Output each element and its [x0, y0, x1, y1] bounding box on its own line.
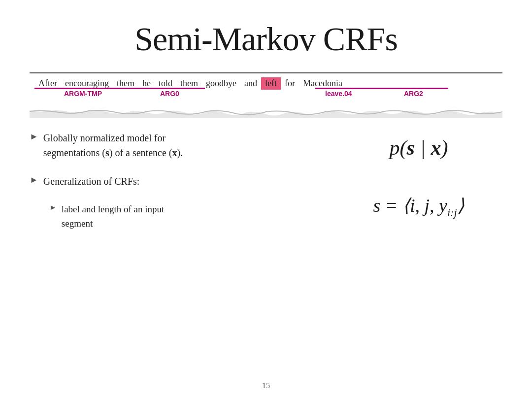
formula-p-s-x: p(s | x): [390, 135, 448, 160]
word-goodbye: goodbye: [202, 77, 240, 90]
torn-bottom-edge: [30, 109, 502, 118]
word-for: for: [281, 77, 299, 90]
underline-leave-arg2: [315, 88, 448, 89]
bullet-text-1: Globally normalized model forsegmentatio…: [43, 131, 183, 160]
page-number: 15: [262, 381, 270, 390]
bullet-text-2: Generalization of CRFs:: [43, 174, 140, 189]
label-arg0: ARG0: [160, 90, 179, 98]
bullet-arrow-1: ►: [30, 132, 38, 142]
slide-title: Semi-Markov CRFs: [134, 20, 398, 59]
bullet-item-2: ► Generalization of CRFs:: [30, 174, 315, 189]
content-area: ► Globally normalized model forsegmentat…: [30, 131, 502, 231]
labels-row: ARGM-TMP ARG0 leave.04 ARG2: [30, 90, 502, 105]
slide: Semi-Markov CRFs After encouraging them …: [0, 0, 532, 399]
diagram-inner: After encouraging them he told them good…: [30, 73, 502, 109]
bullet-text-3: label and length of an inputsegment: [62, 202, 164, 231]
label-arg2: ARG2: [404, 90, 423, 98]
word-and: and: [240, 77, 261, 90]
bold-s: s: [105, 147, 109, 158]
word-left: left: [261, 77, 281, 90]
left-panel: ► Globally normalized model forsegmentat…: [30, 131, 315, 231]
bold-x: x: [172, 147, 177, 158]
bullet-arrow-2: ►: [30, 175, 38, 185]
formula-s-segment: s = ⟨i, j, yi:j⟩: [373, 195, 464, 219]
label-argm-tmp: ARGM-TMP: [64, 90, 102, 98]
underline-arg0: [146, 88, 205, 89]
bullet-item-1: ► Globally normalized model forsegmentat…: [30, 131, 315, 160]
sentence-diagram: After encouraging them he told them good…: [30, 72, 502, 118]
bullet-item-3: ► label and length of an inputsegment: [49, 202, 315, 231]
bullet-arrow-3: ►: [49, 203, 57, 212]
label-leave04: leave.04: [325, 90, 352, 98]
right-panel: p(s | x) s = ⟨i, j, yi:j⟩: [335, 131, 502, 231]
